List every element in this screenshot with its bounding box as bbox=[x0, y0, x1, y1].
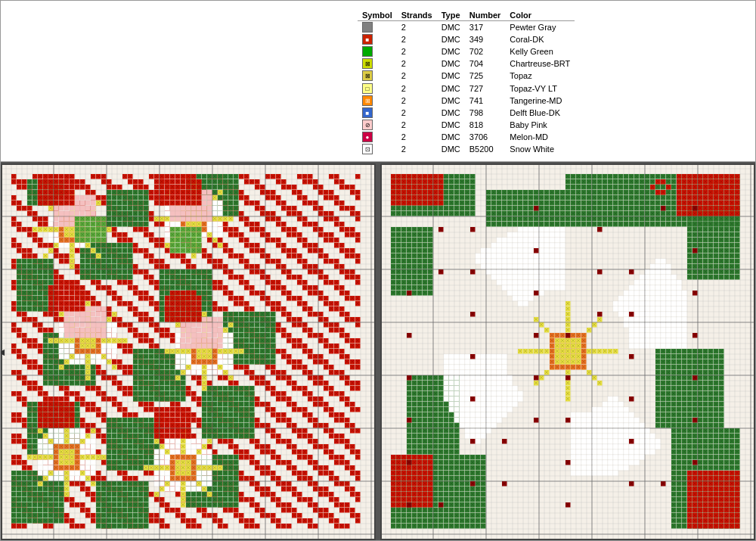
left-arrow: ◄ bbox=[1, 346, 7, 358]
swatch-cell: □ bbox=[358, 82, 397, 94]
color-name-cell: Baby Pink bbox=[505, 119, 575, 131]
fabric-value bbox=[19, 11, 25, 28]
number-cell: 702 bbox=[465, 45, 506, 58]
color-name-cell: Chartreuse-BRT bbox=[505, 58, 575, 70]
type-cell: DMC bbox=[437, 33, 465, 45]
size-label bbox=[10, 28, 19, 45]
col-strands: Strands bbox=[397, 10, 437, 21]
color-name-cell: Topaz bbox=[505, 70, 575, 82]
number-cell: 317 bbox=[465, 21, 506, 34]
type-cell: DMC bbox=[437, 95, 465, 107]
col-number: Number bbox=[465, 10, 506, 21]
fabric-label bbox=[10, 11, 19, 28]
swatch-cell: ⊠ bbox=[358, 70, 397, 82]
number-cell: 704 bbox=[465, 58, 506, 70]
size-value bbox=[19, 28, 25, 45]
pattern-right bbox=[380, 163, 755, 540]
swatch-cell: ■ bbox=[358, 33, 397, 45]
number-cell: 798 bbox=[465, 107, 506, 119]
type-cell: DMC bbox=[437, 70, 465, 82]
swatch-cell: ■ bbox=[358, 107, 397, 119]
type-cell: DMC bbox=[437, 131, 465, 143]
floss-row: ■2DMC349Coral-DK bbox=[358, 33, 575, 45]
col-symbol: Symbol bbox=[358, 10, 397, 21]
type-cell: DMC bbox=[437, 82, 465, 94]
swatch-cell: ⊡ bbox=[358, 143, 397, 155]
swatch-cell: ⊞ bbox=[358, 95, 397, 107]
type-cell: DMC bbox=[437, 119, 465, 131]
floss-table: Symbol Strands Type Number Color 2DMC317… bbox=[358, 10, 575, 155]
swatch-cell: ⊠ bbox=[358, 58, 397, 70]
floss-row: ●2DMC3706Melon-MD bbox=[358, 131, 575, 143]
number-cell: B5200 bbox=[465, 143, 506, 155]
type-cell: DMC bbox=[437, 143, 465, 155]
swatch-cell bbox=[358, 45, 397, 58]
swatch-cell bbox=[358, 21, 397, 34]
strands-cell: 2 bbox=[397, 70, 437, 82]
canvas-right bbox=[380, 163, 755, 540]
pattern-left: ◄ bbox=[1, 163, 376, 540]
floss-row: ⊞2DMC741Tangerine-MD bbox=[358, 95, 575, 107]
color-name-cell: Delft Blue-DK bbox=[505, 107, 575, 119]
color-name-cell: Melon-MD bbox=[505, 131, 575, 143]
color-name-cell: Tangerine-MD bbox=[505, 95, 575, 107]
number-cell: 3706 bbox=[465, 131, 506, 143]
color-name-cell: Topaz-VY LT bbox=[505, 82, 575, 94]
page: Symbol Strands Type Number Color 2DMC317… bbox=[0, 0, 756, 541]
strands-cell: 2 bbox=[397, 45, 437, 58]
type-cell: DMC bbox=[437, 58, 465, 70]
floss-row: 2DMC702Kelly Green bbox=[358, 45, 575, 58]
pattern-area: ◄ bbox=[1, 162, 755, 540]
strands-cell: 2 bbox=[397, 21, 437, 34]
number-cell: 349 bbox=[465, 33, 506, 45]
canvas-left bbox=[1, 163, 376, 540]
floss-row: ⊘2DMC818Baby Pink bbox=[358, 119, 575, 131]
floss-row: 2DMC317Pewter Gray bbox=[358, 21, 575, 34]
floss-row: ⊡2DMCB5200Snow White bbox=[358, 143, 575, 155]
strands-cell: 2 bbox=[397, 143, 437, 155]
color-name-cell: Pewter Gray bbox=[505, 21, 575, 34]
strands-cell: 2 bbox=[397, 131, 437, 143]
strands-cell: 2 bbox=[397, 58, 437, 70]
header-section: Symbol Strands Type Number Color 2DMC317… bbox=[1, 1, 755, 162]
swatch-cell: ⊘ bbox=[358, 119, 397, 131]
number-cell: 818 bbox=[465, 119, 506, 131]
pattern-info bbox=[10, 7, 252, 155]
floss-table-area: Symbol Strands Type Number Color 2DMC317… bbox=[342, 7, 746, 155]
number-cell: 741 bbox=[465, 95, 506, 107]
strands-cell: 2 bbox=[397, 107, 437, 119]
col-type: Type bbox=[437, 10, 465, 21]
number-cell: 727 bbox=[465, 82, 506, 94]
type-cell: DMC bbox=[437, 45, 465, 58]
type-cell: DMC bbox=[437, 107, 465, 119]
logo-area bbox=[252, 7, 342, 155]
color-name-cell: Snow White bbox=[505, 143, 575, 155]
number-cell: 725 bbox=[465, 70, 506, 82]
swatch-cell: ● bbox=[358, 131, 397, 143]
strands-cell: 2 bbox=[397, 119, 437, 131]
type-cell: DMC bbox=[437, 21, 465, 34]
strands-cell: 2 bbox=[397, 33, 437, 45]
floss-row: ⊠2DMC704Chartreuse-BRT bbox=[358, 58, 575, 70]
strands-cell: 2 bbox=[397, 95, 437, 107]
col-color: Color bbox=[505, 10, 575, 21]
floss-row: □2DMC727Topaz-VY LT bbox=[358, 82, 575, 94]
color-name-cell: Coral-DK bbox=[505, 33, 575, 45]
floss-row: ⊠2DMC725Topaz bbox=[358, 70, 575, 82]
color-name-cell: Kelly Green bbox=[505, 45, 575, 58]
strands-cell: 2 bbox=[397, 82, 437, 94]
floss-row: ■2DMC798Delft Blue-DK bbox=[358, 107, 575, 119]
